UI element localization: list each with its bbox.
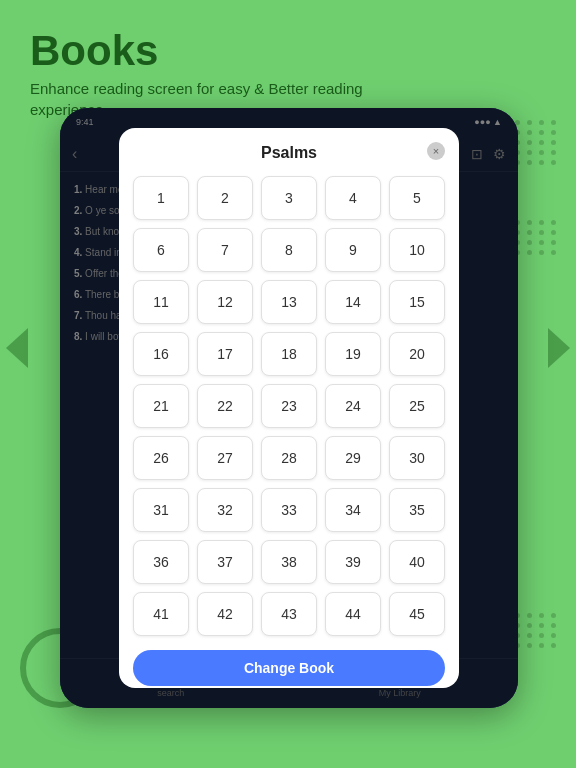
chapter-cell-32[interactable]: 32 xyxy=(197,488,253,532)
modal-title: Psalms xyxy=(261,144,317,161)
page-header: Books Enhance reading screen for easy & … xyxy=(30,28,370,120)
chapter-cell-35[interactable]: 35 xyxy=(389,488,445,532)
chapter-cell-15[interactable]: 15 xyxy=(389,280,445,324)
chapter-cell-25[interactable]: 25 xyxy=(389,384,445,428)
chapter-cell-36[interactable]: 36 xyxy=(133,540,189,584)
page-title: Books xyxy=(30,28,370,74)
chapter-grid: 1234567891011121314151617181920212223242… xyxy=(133,176,445,636)
chapter-cell-8[interactable]: 8 xyxy=(261,228,317,272)
chapter-cell-18[interactable]: 18 xyxy=(261,332,317,376)
chapter-cell-42[interactable]: 42 xyxy=(197,592,253,636)
chapter-cell-12[interactable]: 12 xyxy=(197,280,253,324)
chapter-cell-38[interactable]: 38 xyxy=(261,540,317,584)
device-frame: 9:41 ●●● ▲ ‹ Psalms 1 ⊡ ⚙ 1. Hear me wh.… xyxy=(60,108,518,708)
chapter-cell-13[interactable]: 13 xyxy=(261,280,317,324)
chapter-cell-22[interactable]: 22 xyxy=(197,384,253,428)
chapter-cell-26[interactable]: 26 xyxy=(133,436,189,480)
chapter-cell-21[interactable]: 21 xyxy=(133,384,189,428)
modal-header: Psalms × xyxy=(133,144,445,162)
arrow-left-icon xyxy=(6,328,28,368)
chapter-cell-44[interactable]: 44 xyxy=(325,592,381,636)
chapter-cell-17[interactable]: 17 xyxy=(197,332,253,376)
chapter-cell-31[interactable]: 31 xyxy=(133,488,189,532)
chapter-cell-43[interactable]: 43 xyxy=(261,592,317,636)
chapter-cell-45[interactable]: 45 xyxy=(389,592,445,636)
chapter-cell-29[interactable]: 29 xyxy=(325,436,381,480)
chapter-cell-37[interactable]: 37 xyxy=(197,540,253,584)
chapter-cell-23[interactable]: 23 xyxy=(261,384,317,428)
chapter-cell-41[interactable]: 41 xyxy=(133,592,189,636)
chapter-cell-40[interactable]: 40 xyxy=(389,540,445,584)
chapter-cell-19[interactable]: 19 xyxy=(325,332,381,376)
chapter-cell-30[interactable]: 30 xyxy=(389,436,445,480)
chapter-cell-10[interactable]: 10 xyxy=(389,228,445,272)
chapter-cell-39[interactable]: 39 xyxy=(325,540,381,584)
chapter-cell-16[interactable]: 16 xyxy=(133,332,189,376)
chapter-cell-4[interactable]: 4 xyxy=(325,176,381,220)
chapter-cell-28[interactable]: 28 xyxy=(261,436,317,480)
chapter-cell-33[interactable]: 33 xyxy=(261,488,317,532)
chapter-cell-34[interactable]: 34 xyxy=(325,488,381,532)
change-book-button[interactable]: Change Book xyxy=(133,650,445,686)
chapter-cell-3[interactable]: 3 xyxy=(261,176,317,220)
arrow-right-icon xyxy=(548,328,570,368)
chapter-cell-11[interactable]: 11 xyxy=(133,280,189,324)
modal-overlay: Psalms × 1234567891011121314151617181920… xyxy=(60,108,518,708)
modal-close-button[interactable]: × xyxy=(427,142,445,160)
chapter-cell-14[interactable]: 14 xyxy=(325,280,381,324)
chapter-cell-6[interactable]: 6 xyxy=(133,228,189,272)
chapter-cell-1[interactable]: 1 xyxy=(133,176,189,220)
chapter-cell-7[interactable]: 7 xyxy=(197,228,253,272)
chapter-cell-5[interactable]: 5 xyxy=(389,176,445,220)
chapter-cell-20[interactable]: 20 xyxy=(389,332,445,376)
chapter-cell-27[interactable]: 27 xyxy=(197,436,253,480)
chapter-cell-2[interactable]: 2 xyxy=(197,176,253,220)
chapter-modal: Psalms × 1234567891011121314151617181920… xyxy=(119,128,459,688)
chapter-cell-9[interactable]: 9 xyxy=(325,228,381,272)
chapter-cell-24[interactable]: 24 xyxy=(325,384,381,428)
